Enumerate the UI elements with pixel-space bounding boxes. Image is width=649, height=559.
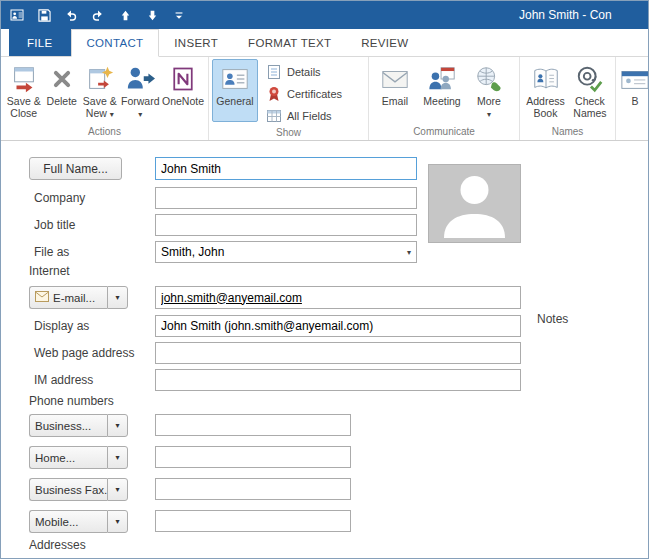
ribbon-tab-bar: FILE CONTACT INSERT FORMAT TEXT REVIEW — [1, 29, 648, 57]
dropdown-arrow-icon: ▾ — [110, 110, 114, 119]
envelope-icon — [35, 291, 49, 304]
names-buttons: Address Book Check Names — [520, 57, 615, 125]
group-label-actions: Actions — [1, 125, 208, 140]
tab-review[interactable]: REVIEW — [346, 29, 423, 56]
label-line: Check — [573, 95, 606, 107]
business-phone-input[interactable] — [155, 414, 351, 436]
mobile-phone-split-button: Mobile... ▾ — [29, 510, 128, 533]
check-names-button[interactable]: Check Names — [568, 59, 612, 122]
qat-customize-icon[interactable] — [171, 7, 187, 23]
actions-buttons: Save & Close Delete — [1, 57, 208, 125]
address-book-button[interactable]: Address Book — [523, 59, 568, 122]
label-line: OneNote — [162, 95, 204, 107]
web-page-label: Web page address — [34, 346, 135, 360]
onenote-button[interactable]: OneNote — [161, 59, 205, 122]
window-title: John Smith - Con — [519, 1, 612, 29]
job-title-input[interactable] — [155, 214, 417, 236]
addresses-section-label: Addresses — [29, 538, 86, 552]
label-line: More — [477, 95, 501, 107]
label-line: Save & — [7, 95, 41, 107]
file-as-value: Smith, John — [161, 245, 224, 259]
redo-icon[interactable] — [90, 7, 106, 23]
home-phone-dropdown-arrow[interactable]: ▾ — [107, 446, 128, 469]
show-buttons: General Details Certificates — [209, 57, 368, 126]
label-line: ▾ — [121, 107, 160, 121]
business-phone-button[interactable]: Business... — [29, 414, 107, 437]
save-new-icon — [85, 62, 115, 95]
business-phone-dropdown-arrow[interactable]: ▾ — [107, 414, 128, 437]
forward-button[interactable]: Forward ▾ — [120, 59, 161, 122]
im-address-input[interactable] — [155, 369, 521, 391]
meeting-label: Meeting — [423, 95, 460, 107]
certificates-button[interactable]: Certificates — [263, 84, 345, 104]
ribbon: Save & Close Delete — [1, 57, 648, 141]
titlebar: John Smith - Con — [1, 1, 648, 29]
app-icon — [9, 7, 25, 23]
mobile-phone-input[interactable] — [155, 510, 351, 532]
certificates-icon — [266, 86, 282, 102]
web-page-input[interactable] — [155, 342, 521, 364]
phone-section-label: Phone numbers — [29, 394, 114, 408]
details-icon — [266, 64, 282, 80]
home-phone-input[interactable] — [155, 446, 351, 468]
tab-insert[interactable]: INSERT — [159, 29, 233, 56]
save-close-button[interactable]: Save & Close — [4, 59, 44, 122]
more-button[interactable]: More ▾ — [471, 59, 507, 122]
partial-buttons: B — [616, 57, 648, 125]
tab-contact[interactable]: CONTACT — [71, 29, 160, 57]
save-new-button[interactable]: Save & New ▾ — [80, 59, 120, 122]
label-line: Names — [573, 107, 606, 119]
tab-file[interactable]: FILE — [9, 29, 71, 56]
contact-photo-placeholder[interactable] — [428, 164, 521, 243]
next-item-icon[interactable] — [144, 7, 160, 23]
display-as-input[interactable] — [155, 315, 521, 337]
outlook-contact-window: John Smith - Con FILE CONTACT INSERT FOR… — [0, 0, 649, 559]
group-label-show: Show — [209, 126, 368, 140]
business-fax-button[interactable]: Business Fax... — [29, 478, 107, 501]
label-line: Save & — [83, 95, 117, 107]
mobile-phone-button[interactable]: Mobile... — [29, 510, 107, 533]
contact-form: Full Name... Company Job title File as S… — [1, 141, 648, 558]
meeting-button[interactable]: Meeting — [419, 59, 465, 122]
communicate-buttons: Email Meeting More — [369, 57, 519, 125]
file-as-combo[interactable]: Smith, John ▾ — [155, 241, 417, 263]
check-names-label: Check Names — [573, 95, 606, 119]
save-icon[interactable] — [36, 7, 52, 23]
business-card-button[interactable]: B — [619, 59, 648, 122]
label-text: New — [86, 107, 107, 119]
save-close-label: Save & Close — [7, 95, 41, 119]
dropdown-arrow-icon: ▾ — [138, 110, 142, 119]
all-fields-icon — [266, 108, 282, 124]
all-fields-button[interactable]: All Fields — [263, 106, 345, 126]
label-line: Forward — [121, 95, 160, 107]
company-input[interactable] — [155, 187, 417, 209]
home-phone-button[interactable]: Home... — [29, 446, 107, 469]
general-label: General — [216, 95, 253, 107]
label-line: B — [631, 95, 638, 107]
business-fax-dropdown-arrow[interactable]: ▾ — [107, 478, 128, 501]
label-line: Email — [382, 95, 408, 107]
full-name-input[interactable] — [155, 157, 417, 180]
undo-icon[interactable] — [63, 7, 79, 23]
delete-button[interactable]: Delete — [44, 59, 81, 122]
email-field-button[interactable]: E-mail... — [29, 286, 107, 309]
details-button[interactable]: Details — [263, 62, 345, 82]
email-dropdown-arrow[interactable]: ▾ — [107, 286, 128, 309]
home-phone-button-label: Home... — [35, 452, 75, 464]
email-input[interactable] — [155, 286, 521, 309]
full-name-button[interactable]: Full Name... — [29, 157, 122, 180]
check-names-icon — [575, 62, 605, 95]
more-icon — [474, 62, 504, 95]
business-phone-button-label: Business... — [35, 420, 91, 432]
previous-item-icon[interactable] — [117, 7, 133, 23]
email-button[interactable]: Email — [377, 59, 413, 122]
label-line: Delete — [47, 95, 77, 107]
tab-format-text[interactable]: FORMAT TEXT — [233, 29, 346, 56]
business-card-label: B — [631, 95, 638, 107]
im-address-label: IM address — [34, 373, 93, 387]
general-button[interactable]: General — [212, 59, 258, 122]
company-label: Company — [34, 191, 85, 205]
mobile-phone-dropdown-arrow[interactable]: ▾ — [107, 510, 128, 533]
business-fax-split-button: Business Fax... ▾ — [29, 478, 128, 501]
business-fax-input[interactable] — [155, 478, 351, 500]
